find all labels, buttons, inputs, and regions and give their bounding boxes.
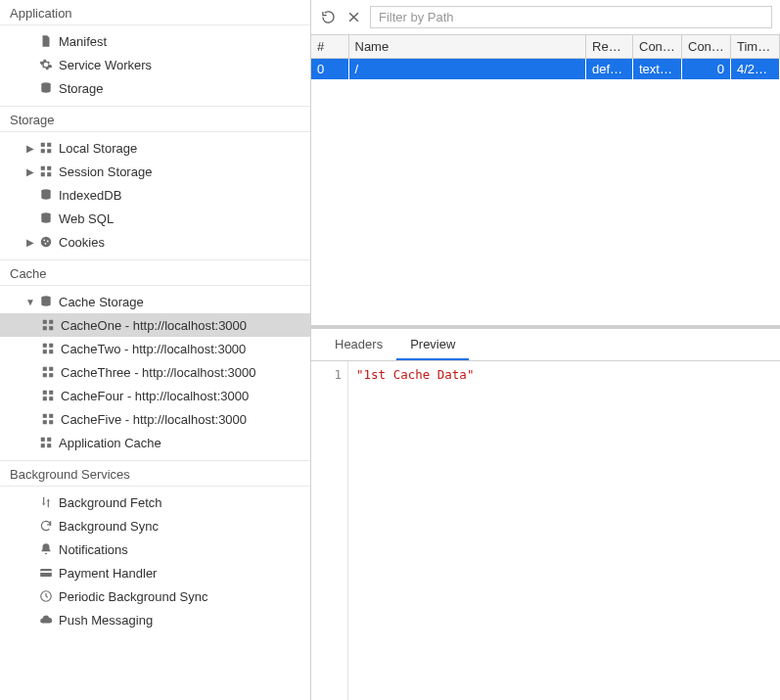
database-icon (37, 81, 55, 95)
sidebar-item-cache-three[interactable]: CacheThree - http://localhost:3000 (0, 360, 310, 384)
sidebar-item-background-fetch[interactable]: Background Fetch (0, 490, 310, 514)
svg-rect-30 (43, 397, 47, 400)
svg-rect-2 (47, 143, 51, 147)
expand-icon[interactable]: ▶ (23, 143, 37, 154)
section-header-background-services: Background Services (0, 460, 310, 487)
sidebar-item-push-messaging[interactable]: Push Messaging (0, 608, 310, 631)
section-header-storage: Storage (0, 106, 310, 132)
transfer-icon (37, 495, 55, 509)
sidebar-item-payment-handler[interactable]: Payment Handler (0, 561, 310, 584)
label: Manifest (59, 34, 107, 49)
label: Notifications (59, 542, 128, 557)
sidebar-item-session-storage[interactable]: ▶ Session Storage (0, 160, 310, 183)
cell-content-length: 0 (682, 59, 731, 80)
label: CacheTwo - http://localhost:3000 (61, 342, 246, 356)
cell-response-type: defa… (586, 59, 633, 80)
sidebar-item-cache-two[interactable]: CacheTwo - http://localhost:3000 (0, 337, 310, 360)
sidebar-item-storage[interactable]: Storage (0, 76, 310, 100)
sidebar-item-application-cache[interactable]: Application Cache (0, 431, 310, 454)
label: CacheFour - http://localhost:3000 (61, 389, 249, 403)
grid-icon (37, 141, 55, 155)
collapse-icon[interactable]: ▼ (23, 297, 37, 307)
label: Background Fetch (59, 495, 162, 510)
refresh-button[interactable] (319, 9, 337, 26)
sidebar-item-indexeddb[interactable]: IndexedDB (0, 183, 310, 207)
table-row[interactable]: 0 / defa… text/… 0 4/21… (311, 59, 780, 80)
svg-rect-17 (49, 320, 53, 324)
sidebar-item-cache-four[interactable]: CacheFour - http://localhost:3000 (0, 384, 310, 407)
col-num[interactable]: # (311, 35, 348, 59)
filter-input[interactable] (370, 6, 772, 28)
label: Session Storage (59, 164, 152, 179)
col-response-type[interactable]: Resp… (586, 35, 633, 59)
sidebar-item-manifest[interactable]: Manifest (0, 29, 310, 53)
col-time-cached[interactable]: Tim… (731, 35, 780, 59)
sidebar-item-cache-five[interactable]: CacheFive - http://localhost:3000 (0, 407, 310, 431)
preview-content: "1st Cache Data" (348, 361, 482, 700)
svg-rect-20 (43, 344, 47, 348)
grid-icon (37, 436, 55, 449)
sidebar: Application Manifest Service Workers Sto… (0, 0, 311, 700)
cloud-icon (37, 613, 55, 627)
col-content-type[interactable]: Cont… (633, 35, 682, 59)
section-header-cache: Cache (0, 259, 310, 286)
svg-rect-39 (47, 443, 51, 447)
label: CacheThree - http://localhost:3000 (61, 365, 255, 380)
sidebar-item-web-sql[interactable]: Web SQL (0, 207, 310, 230)
sidebar-item-background-sync[interactable]: Background Sync (0, 514, 310, 537)
expand-icon[interactable]: ▶ (23, 166, 37, 177)
label: CacheOne - http://localhost:3000 (61, 318, 247, 333)
svg-rect-8 (47, 172, 51, 176)
label: Local Storage (59, 141, 137, 156)
file-icon (37, 34, 55, 48)
grid-icon (39, 389, 57, 402)
database-icon (37, 188, 55, 202)
svg-rect-21 (49, 344, 53, 348)
sidebar-item-periodic-background-sync[interactable]: Periodic Background Sync (0, 584, 310, 608)
svg-rect-25 (49, 367, 53, 371)
svg-rect-23 (49, 350, 53, 353)
label: Push Messaging (59, 613, 153, 628)
cookie-icon (37, 235, 55, 249)
label: Service Workers (59, 58, 152, 72)
svg-rect-37 (47, 438, 51, 442)
tab-headers[interactable]: Headers (321, 329, 396, 360)
clear-button[interactable] (344, 9, 362, 26)
svg-rect-26 (43, 373, 47, 377)
sidebar-item-local-storage[interactable]: ▶ Local Storage (0, 136, 310, 160)
col-name[interactable]: Name (348, 35, 586, 59)
tab-preview[interactable]: Preview (396, 329, 469, 360)
col-content-length[interactable]: Cont… (682, 35, 731, 59)
svg-rect-32 (43, 414, 47, 418)
label: IndexedDB (59, 188, 121, 203)
svg-point-12 (43, 239, 45, 241)
label: CacheFive - http://localhost:3000 (61, 412, 247, 427)
svg-rect-27 (49, 373, 53, 377)
preview-panel: 1 "1st Cache Data" (311, 361, 780, 700)
svg-rect-19 (49, 326, 53, 330)
sidebar-item-cache-one[interactable]: CacheOne - http://localhost:3000 (0, 313, 310, 337)
label: Periodic Background Sync (59, 589, 207, 604)
sidebar-item-service-workers[interactable]: Service Workers (0, 53, 310, 76)
cell-content-type: text/… (633, 59, 682, 80)
expand-icon[interactable]: ▶ (23, 237, 37, 248)
toolbar (311, 0, 780, 35)
label: Cookies (59, 235, 105, 250)
detail-tabs: Headers Preview (311, 329, 780, 361)
grid-icon (39, 412, 57, 426)
gear-icon (37, 58, 55, 71)
sidebar-item-cache-storage[interactable]: ▼ Cache Storage (0, 290, 310, 313)
grid-icon (39, 365, 57, 379)
line-number: 1 (311, 361, 348, 700)
requests-table: # Name Resp… Cont… Cont… Tim… 0 / defa… … (311, 35, 780, 329)
svg-rect-28 (43, 391, 47, 395)
cell-time-cached: 4/21… (731, 59, 780, 80)
database-icon (37, 211, 55, 225)
sidebar-item-notifications[interactable]: Notifications (0, 537, 310, 561)
svg-rect-7 (41, 172, 45, 176)
svg-rect-41 (40, 571, 52, 573)
svg-rect-5 (41, 166, 45, 170)
svg-rect-1 (41, 143, 45, 147)
sidebar-item-cookies[interactable]: ▶ Cookies (0, 230, 310, 254)
label: Cache Storage (59, 295, 144, 309)
